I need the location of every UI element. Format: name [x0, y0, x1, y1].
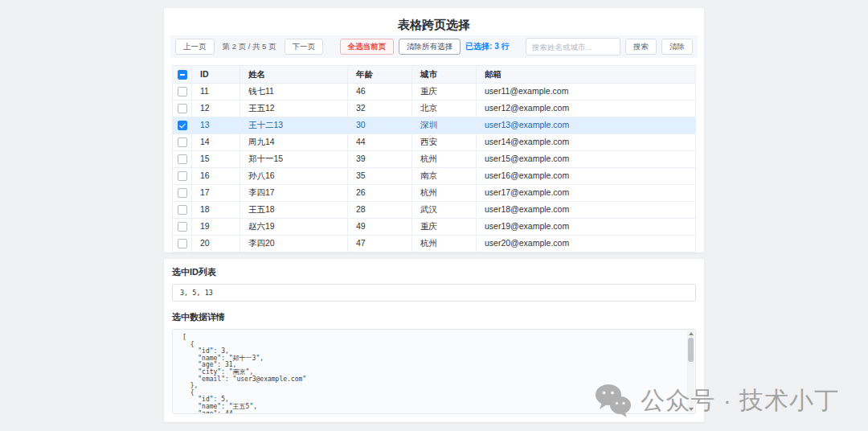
- cell-id: 17: [192, 185, 240, 201]
- table-row[interactable]: 15 郑十一15 39 杭州 user15@example.com: [173, 151, 695, 168]
- checkbox-icon[interactable]: [178, 104, 187, 113]
- search-input[interactable]: [526, 38, 620, 55]
- checkbox-icon[interactable]: [178, 121, 187, 130]
- selected-data-json: [ { "id": 3, "name": "郑十一3", "age": 31, …: [173, 330, 695, 414]
- column-header-id: ID: [192, 66, 240, 83]
- cell-id: 18: [192, 202, 240, 218]
- cell-email: user19@example.com: [477, 219, 695, 235]
- column-header-name: 姓名: [240, 66, 348, 83]
- cell-age: 26: [348, 185, 412, 201]
- cell-name: 孙八16: [240, 168, 348, 184]
- table-row[interactable]: 14 周九14 44 西安 user14@example.com: [173, 134, 695, 151]
- selected-count-badge: 已选择: 3 行: [465, 41, 509, 52]
- search-button[interactable]: 搜索: [625, 39, 657, 55]
- data-table: ID 姓名 年龄 城市 邮箱 11 钱七11 46 重庆 user11@exam…: [172, 65, 696, 252]
- cell-city: 深圳: [412, 117, 477, 133]
- page-info: 第 2 页 / 共 5 页: [219, 42, 280, 52]
- table-card: 表格跨页选择 上一页 第 2 页 / 共 5 页 下一页 全选当前页 清除所有选…: [164, 8, 704, 252]
- row-checkbox-cell: [173, 219, 192, 235]
- cell-name: 周九14: [240, 134, 348, 150]
- checkbox-icon[interactable]: [178, 205, 187, 215]
- cell-email: user16@example.com: [477, 168, 695, 184]
- selected-data-detail-box[interactable]: [ { "id": 3, "name": "郑十一3", "age": 31, …: [172, 329, 696, 414]
- cell-age: 44: [348, 134, 412, 150]
- prev-page-button[interactable]: 上一页: [175, 39, 215, 55]
- search-group: 搜索 清除: [526, 38, 693, 55]
- cell-age: 32: [348, 101, 412, 117]
- table-body: 11 钱七11 46 重庆 user11@example.com 12 王五12…: [173, 84, 695, 252]
- cell-id: 11: [192, 84, 240, 100]
- table-row[interactable]: 18 王五18 28 武汉 user18@example.com: [173, 202, 695, 219]
- cell-city: 北京: [412, 101, 477, 117]
- select-all-page-button[interactable]: 全选当前页: [340, 39, 395, 55]
- selected-id-list-label: 选中ID列表: [172, 266, 696, 278]
- cell-city: 重庆: [412, 219, 477, 235]
- cell-age: 28: [348, 202, 412, 218]
- cell-email: user14@example.com: [477, 134, 695, 150]
- checkbox-icon[interactable]: [178, 239, 187, 248]
- checkbox-icon[interactable]: [178, 138, 187, 147]
- scroll-up-icon[interactable]: [689, 332, 694, 335]
- cell-city: 西安: [412, 134, 477, 150]
- cell-id: 12: [192, 101, 240, 117]
- scroll-down-icon[interactable]: [689, 408, 694, 411]
- cell-name: 钱七11: [240, 84, 348, 100]
- cell-email: user12@example.com: [477, 101, 695, 117]
- toolbar: 上一页 第 2 页 / 共 5 页 下一页 全选当前页 清除所有选择 已选择: …: [170, 35, 698, 58]
- cell-name: 赵六19: [240, 219, 348, 235]
- cell-city: 武汉: [412, 202, 477, 218]
- table-row[interactable]: 19 赵六19 49 重庆 user19@example.com: [173, 219, 695, 236]
- row-checkbox-cell: [173, 134, 192, 150]
- cell-city: 杭州: [412, 236, 477, 252]
- cell-id: 20: [192, 236, 240, 252]
- cell-age: 47: [348, 236, 412, 252]
- selection-actions-group: 全选当前页 清除所有选择 已选择: 3 行: [340, 39, 510, 55]
- cell-email: user15@example.com: [477, 151, 695, 167]
- cell-name: 王五18: [240, 202, 348, 218]
- cell-id: 19: [192, 219, 240, 235]
- checkbox-icon[interactable]: [178, 222, 187, 232]
- cell-email: user18@example.com: [477, 202, 695, 218]
- page-title: 表格跨页选择: [172, 17, 696, 35]
- column-header-city: 城市: [412, 66, 477, 83]
- cell-email: user13@example.com: [477, 117, 695, 133]
- selection-panel: 选中ID列表 3, 5, 13 选中数据详情 [ { "id": 3, "nam…: [164, 259, 704, 422]
- table-row[interactable]: 20 李四20 47 杭州 user20@example.com: [173, 236, 695, 252]
- page-container: 表格跨页选择 上一页 第 2 页 / 共 5 页 下一页 全选当前页 清除所有选…: [164, 0, 704, 422]
- clear-search-button[interactable]: 清除: [661, 39, 693, 55]
- indeterminate-checkbox-icon[interactable]: [178, 70, 187, 80]
- next-page-button[interactable]: 下一页: [285, 39, 324, 55]
- row-checkbox-cell: [173, 151, 192, 167]
- cell-email: user11@example.com: [477, 84, 695, 100]
- cell-name: 郑十一15: [240, 151, 348, 167]
- row-checkbox-cell: [173, 101, 192, 117]
- scrollbar-thumb[interactable]: [688, 338, 694, 362]
- json-scrollbar[interactable]: [687, 330, 694, 413]
- table-row[interactable]: 12 王五12 32 北京 user12@example.com: [173, 101, 695, 117]
- checkbox-icon[interactable]: [178, 87, 187, 96]
- cell-id: 14: [192, 134, 240, 150]
- row-checkbox-cell: [173, 117, 192, 133]
- table-header-row: ID 姓名 年龄 城市 邮箱: [173, 66, 695, 84]
- cell-id: 15: [192, 151, 240, 167]
- cell-email: user20@example.com: [477, 236, 695, 252]
- pagination-group: 上一页 第 2 页 / 共 5 页 下一页: [175, 39, 323, 55]
- checkbox-icon[interactable]: [178, 188, 187, 198]
- cell-id: 16: [192, 168, 240, 184]
- checkbox-icon[interactable]: [178, 154, 187, 164]
- table-row[interactable]: 16 孙八16 35 南京 user16@example.com: [173, 168, 695, 185]
- table-row[interactable]: 13 王十二13 30 深圳 user13@example.com: [173, 117, 695, 134]
- cell-city: 杭州: [412, 185, 477, 201]
- column-header-age: 年龄: [348, 66, 412, 83]
- checkbox-icon[interactable]: [178, 171, 187, 181]
- row-checkbox-cell: [173, 185, 192, 201]
- table-row[interactable]: 11 钱七11 46 重庆 user11@example.com: [173, 84, 695, 101]
- table-row[interactable]: 17 李四17 26 杭州 user17@example.com: [173, 185, 695, 202]
- cell-name: 王五12: [240, 101, 348, 117]
- selected-data-detail-label: 选中数据详情: [172, 311, 696, 323]
- cell-name: 李四17: [240, 185, 348, 201]
- row-checkbox-cell: [173, 168, 192, 184]
- cell-age: 30: [348, 117, 412, 133]
- cell-email: user17@example.com: [477, 185, 695, 201]
- clear-all-selection-button[interactable]: 清除所有选择: [399, 39, 461, 55]
